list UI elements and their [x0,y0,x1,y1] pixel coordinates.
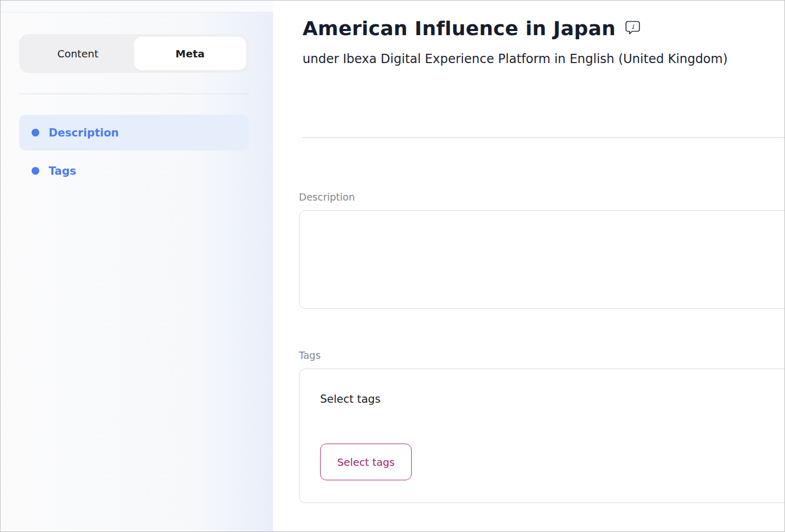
edit-sidebar: Content Meta Description Tags [1,1,273,531]
tab-content[interactable]: Content [22,37,134,70]
description-textarea[interactable] [299,210,785,309]
header-divider [303,137,784,138]
tags-field-label: Tags [299,349,785,361]
bullet-icon [32,167,39,175]
anchor-item-tags[interactable]: Tags [19,153,249,189]
info-tooltip-icon[interactable]: i [625,21,641,35]
content-meta-toggle: Content Meta [19,34,249,73]
tab-meta[interactable]: Meta [134,37,246,70]
tags-field-section: Tags Select tags Select tags [299,349,785,503]
description-field-label: Description [299,191,785,203]
anchor-item-label: Tags [49,165,76,177]
anchor-menu: Description Tags [19,115,249,191]
page-title: American Influence in Japan [303,17,616,40]
page-header: American Influence in Japan i under Ibex… [303,17,784,66]
sidebar-inner: Content Meta Description Tags [1,12,273,191]
content-edit-page: Content Meta Description Tags American I… [0,0,785,532]
bullet-icon [32,129,39,136]
edit-main-area: American Influence in Japan i under Ibex… [273,1,784,531]
page-subtitle: under Ibexa Digital Experience Platform … [303,52,784,66]
tags-inner-label: Select tags [320,393,784,405]
anchor-item-label: Description [49,127,119,139]
sidebar-divider [19,94,249,94]
select-tags-button[interactable]: Select tags [320,444,412,480]
sidebar-top-strip [1,1,273,12]
tags-field-box: Select tags Select tags [299,369,785,503]
description-field-section: Description [299,191,785,309]
anchor-item-description[interactable]: Description [19,115,249,150]
